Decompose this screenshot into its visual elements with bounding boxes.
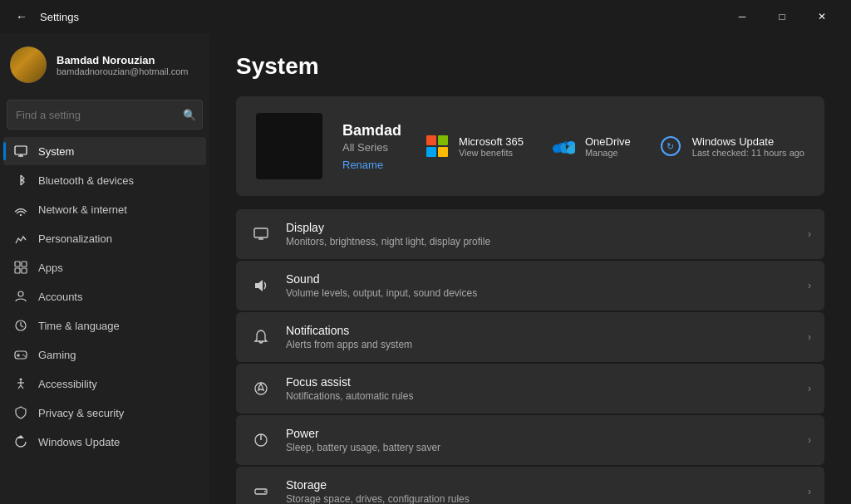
sidebar-item-privacy[interactable]: Privacy & security [3, 399, 206, 427]
system-icon [13, 144, 28, 159]
titlebar-title: Settings [40, 11, 79, 23]
svg-point-3 [20, 214, 22, 216]
settings-item-desc-display: Monitors, brightness, night light, displ… [286, 236, 794, 247]
svg-rect-4 [15, 262, 20, 267]
settings-item-title-sound: Sound [286, 272, 794, 286]
settings-item-text-notifications: Notifications Alerts from apps and syste… [286, 324, 794, 350]
winupdate-icon: ↻ [657, 133, 684, 159]
sidebar-item-update[interactable]: Windows Update [3, 428, 206, 456]
winupdate-text: Windows Update Last checked: 11 hours ag… [692, 135, 804, 158]
user-info: Bamdad Norouzian bamdadnorouzian@hotmail… [57, 54, 189, 76]
settings-item-text-focus: Focus assist Notifications, automatic ru… [286, 375, 794, 402]
settings-list: Display Monitors, brightness, night ligh… [236, 209, 824, 504]
sidebar-item-network[interactable]: Network & internet [3, 195, 206, 223]
sidebar-item-system[interactable]: System [3, 137, 206, 165]
sidebar-item-label: Apps [38, 262, 63, 274]
settings-item-text-storage: Storage Storage space, drives, configura… [286, 478, 794, 504]
winupdate-sub: Last checked: 11 hours ago [692, 148, 804, 158]
main-content: System Bamdad All Series Rename [209, 33, 851, 504]
power-icon [249, 428, 273, 452]
minimize-button[interactable]: ─ [723, 3, 761, 30]
sidebar-item-label: System [38, 145, 74, 158]
settings-item-title-focus: Focus assist [286, 375, 794, 389]
titlebar-controls: ─ □ ✕ [723, 3, 841, 30]
sidebar-item-accounts[interactable]: Accounts [3, 282, 206, 311]
bluetooth-icon [13, 173, 28, 188]
settings-item-notifications[interactable]: Notifications Alerts from apps and syste… [236, 312, 824, 362]
svg-rect-0 [15, 146, 27, 154]
onedrive-text: OneDrive Manage [585, 135, 631, 158]
storage-icon [249, 480, 273, 503]
sidebar-item-apps[interactable]: Apps [3, 253, 206, 281]
sidebar-item-label: Windows Update [38, 436, 120, 448]
settings-item-focus[interactable]: Focus assist Notifications, automatic ru… [236, 364, 824, 413]
chevron-right-icon: › [808, 486, 811, 497]
settings-item-sound[interactable]: Sound Volume levels, output, input, soun… [236, 261, 824, 311]
user-email: bamdadnorouzian@hotmail.com [57, 66, 189, 76]
onedrive-icon [550, 133, 577, 159]
settings-item-desc-power: Sleep, battery usage, battery saver [286, 442, 794, 453]
search-input[interactable] [7, 100, 203, 130]
search-icon: 🔍 [183, 109, 196, 121]
svg-point-30 [264, 491, 266, 492]
svg-point-15 [20, 379, 22, 381]
ms365-icon [424, 133, 450, 159]
settings-item-title-storage: Storage [286, 478, 794, 492]
hero-services: Microsoft 365 View benefits [424, 133, 804, 159]
settings-item-desc-notifications: Alerts from apps and system [286, 339, 794, 350]
settings-item-storage[interactable]: Storage Storage space, drives, configura… [236, 467, 824, 504]
settings-item-text-display: Display Monitors, brightness, night ligh… [286, 221, 794, 247]
onedrive-service[interactable]: OneDrive Manage [550, 133, 631, 159]
notifications-icon [249, 325, 273, 349]
chevron-right-icon: › [808, 434, 811, 446]
sidebar-item-bluetooth[interactable]: Bluetooth & devices [3, 166, 206, 194]
page-title: System [236, 53, 824, 80]
apps-icon [13, 260, 28, 275]
ms365-service[interactable]: Microsoft 365 View benefits [424, 133, 524, 159]
sidebar-item-accessibility[interactable]: Accessibility [3, 369, 206, 398]
svg-line-19 [21, 385, 23, 389]
personalization-icon [13, 231, 28, 246]
settings-item-display[interactable]: Display Monitors, brightness, night ligh… [236, 209, 824, 259]
svg-line-18 [18, 385, 21, 389]
svg-point-14 [24, 355, 26, 357]
sound-icon [249, 274, 273, 297]
close-button[interactable]: ✕ [803, 3, 841, 30]
svg-rect-5 [22, 262, 27, 267]
sidebar-item-label: Time & language [38, 320, 120, 332]
hero-avatar [256, 113, 322, 179]
winupdate-service[interactable]: ↻ Windows Update Last checked: 11 hours … [657, 133, 804, 159]
svg-point-8 [18, 291, 23, 296]
rename-button[interactable]: Rename [342, 159, 401, 171]
settings-item-power[interactable]: Power Sleep, battery usage, battery save… [236, 415, 824, 465]
svg-rect-21 [254, 228, 268, 237]
back-button[interactable]: ← [10, 5, 33, 28]
settings-item-text-sound: Sound Volume levels, output, input, soun… [286, 272, 794, 299]
sidebar-item-time[interactable]: Time & language [3, 311, 206, 340]
sidebar-item-gaming[interactable]: Gaming [3, 340, 206, 369]
sidebar-item-label: Privacy & security [38, 407, 124, 419]
nav-list: System Bluetooth & devices Network & int… [0, 136, 209, 457]
sidebar-item-label: Network & internet [38, 203, 127, 216]
chevron-right-icon: › [808, 228, 811, 240]
hero-computer-name: Bamdad [342, 122, 401, 139]
display-icon [249, 223, 273, 246]
hero-card: Bamdad All Series Rename Mic [236, 96, 824, 196]
sidebar: Bamdad Norouzian bamdadnorouzian@hotmail… [0, 33, 209, 504]
settings-item-title-power: Power [286, 427, 794, 440]
ms365-text: Microsoft 365 View benefits [459, 135, 524, 158]
winupdate-label: Windows Update [692, 135, 804, 148]
avatar [10, 46, 47, 83]
gaming-icon [13, 347, 28, 362]
sidebar-item-personalization[interactable]: Personalization [3, 224, 206, 252]
app-body: Bamdad Norouzian bamdadnorouzian@hotmail… [0, 33, 851, 504]
titlebar: ← Settings ─ □ ✕ [0, 0, 851, 33]
user-profile[interactable]: Bamdad Norouzian bamdadnorouzian@hotmail… [0, 33, 209, 96]
sidebar-item-label: Personalization [38, 232, 112, 245]
settings-item-desc-storage: Storage space, drives, configuration rul… [286, 493, 794, 504]
time-icon [13, 318, 28, 333]
maximize-button[interactable]: □ [763, 3, 801, 30]
svg-rect-7 [22, 268, 27, 273]
settings-item-desc-sound: Volume levels, output, input, sound devi… [286, 287, 794, 299]
sidebar-item-label: Gaming [38, 349, 76, 361]
